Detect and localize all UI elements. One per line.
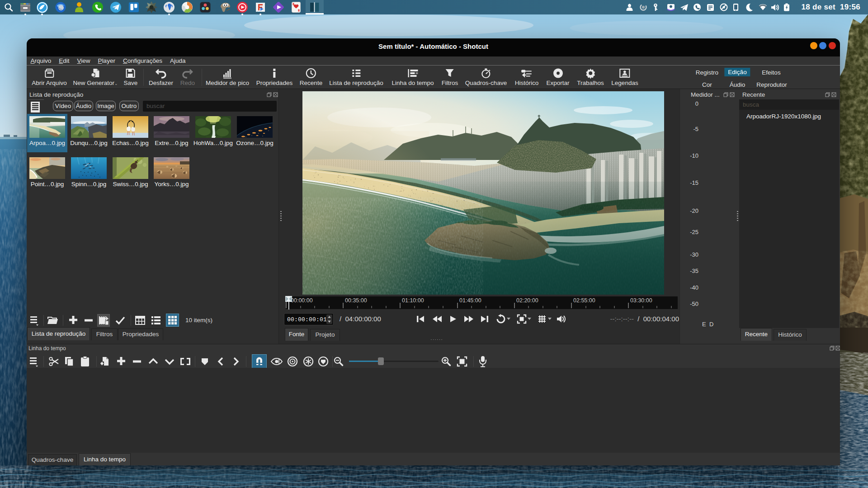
svg-text:00:35:00: 00:35:00 [345,297,367,304]
svg-text:01:10:00: 01:10:00 [402,297,424,304]
svg-text:00:00:00: 00:00:00 [291,297,313,304]
svg-text:03:30:00: 03:30:00 [630,297,652,304]
svg-text:02:55:00: 02:55:00 [573,297,595,304]
svg-text:02:20:00: 02:20:00 [516,297,538,304]
svg-text:01:45:00: 01:45:00 [459,297,481,304]
